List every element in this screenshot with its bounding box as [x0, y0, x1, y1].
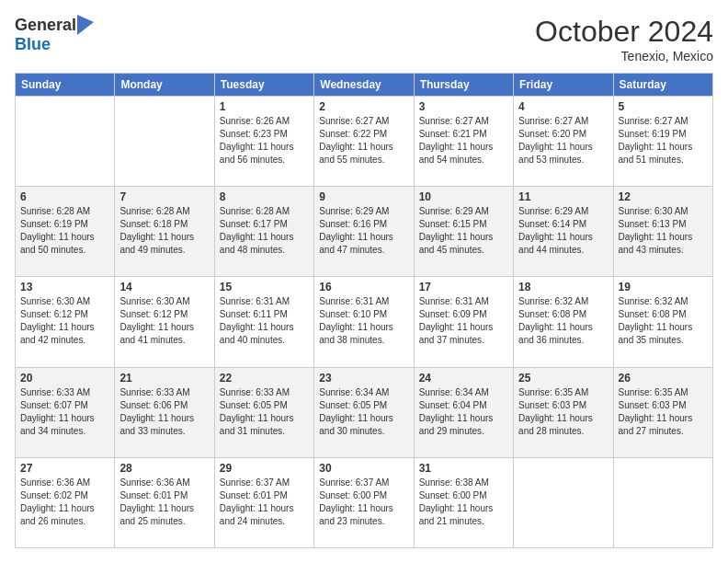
day-number: 15: [220, 281, 309, 293]
calendar-header-thursday: Thursday: [414, 74, 513, 97]
day-number: 31: [419, 462, 508, 475]
day-info: Sunrise: 6:31 AM Sunset: 6:11 PM Dayligh…: [220, 295, 309, 347]
logo-blue-text: Blue: [15, 35, 51, 53]
day-number: 14: [119, 281, 209, 293]
calendar-cell: 29Sunrise: 6:37 AM Sunset: 6:01 PM Dayli…: [214, 457, 313, 547]
calendar-week-4: 20Sunrise: 6:33 AM Sunset: 6:07 PM Dayli…: [16, 367, 713, 457]
calendar-cell: 10Sunrise: 6:29 AM Sunset: 6:15 PM Dayli…: [414, 187, 513, 277]
location: Tenexio, Mexico: [535, 49, 713, 63]
logo-icon: [77, 15, 94, 35]
header: General Blue October 2024 Tenexio, Mexic…: [15, 15, 713, 63]
calendar-cell: 7Sunrise: 6:28 AM Sunset: 6:18 PM Daylig…: [115, 187, 214, 277]
day-info: Sunrise: 6:29 AM Sunset: 6:15 PM Dayligh…: [419, 205, 508, 257]
day-number: 7: [119, 190, 209, 203]
day-info: Sunrise: 6:33 AM Sunset: 6:07 PM Dayligh…: [20, 386, 109, 438]
day-info: Sunrise: 6:30 AM Sunset: 6:12 PM Dayligh…: [119, 295, 209, 347]
day-number: 28: [119, 462, 209, 475]
day-number: 20: [20, 372, 109, 385]
day-number: 25: [518, 372, 608, 385]
calendar-cell: 24Sunrise: 6:34 AM Sunset: 6:04 PM Dayli…: [414, 367, 513, 457]
logo: General Blue: [15, 15, 94, 54]
day-info: Sunrise: 6:28 AM Sunset: 6:18 PM Dayligh…: [119, 205, 209, 257]
day-info: Sunrise: 6:30 AM Sunset: 6:13 PM Dayligh…: [619, 205, 708, 257]
day-number: 12: [619, 190, 708, 203]
calendar-week-3: 13Sunrise: 6:30 AM Sunset: 6:12 PM Dayli…: [16, 277, 713, 367]
calendar-cell: 23Sunrise: 6:34 AM Sunset: 6:05 PM Dayli…: [314, 367, 414, 457]
day-info: Sunrise: 6:34 AM Sunset: 6:04 PM Dayligh…: [419, 386, 508, 438]
day-info: Sunrise: 6:37 AM Sunset: 6:00 PM Dayligh…: [319, 477, 408, 528]
calendar-cell: 18Sunrise: 6:32 AM Sunset: 6:08 PM Dayli…: [514, 277, 613, 367]
calendar-cell: 15Sunrise: 6:31 AM Sunset: 6:11 PM Dayli…: [214, 277, 313, 367]
day-number: 1: [220, 100, 309, 113]
day-number: 13: [20, 281, 109, 293]
day-number: 6: [20, 190, 109, 203]
calendar-cell: 2Sunrise: 6:27 AM Sunset: 6:22 PM Daylig…: [314, 97, 414, 187]
calendar-cell: [613, 457, 712, 547]
day-info: Sunrise: 6:31 AM Sunset: 6:09 PM Dayligh…: [419, 295, 508, 347]
calendar-header-monday: Monday: [115, 74, 214, 97]
calendar-cell: 1Sunrise: 6:26 AM Sunset: 6:23 PM Daylig…: [214, 97, 313, 187]
calendar-week-5: 27Sunrise: 6:36 AM Sunset: 6:02 PM Dayli…: [16, 457, 713, 547]
calendar-cell: 8Sunrise: 6:28 AM Sunset: 6:17 PM Daylig…: [214, 187, 313, 277]
day-info: Sunrise: 6:32 AM Sunset: 6:08 PM Dayligh…: [518, 295, 608, 347]
calendar-cell: 11Sunrise: 6:29 AM Sunset: 6:14 PM Dayli…: [514, 187, 613, 277]
calendar-cell: 6Sunrise: 6:28 AM Sunset: 6:19 PM Daylig…: [16, 187, 115, 277]
day-number: 3: [419, 100, 508, 113]
day-number: 2: [319, 100, 408, 113]
day-number: 27: [20, 462, 109, 475]
day-number: 4: [518, 100, 608, 113]
page: General Blue October 2024 Tenexio, Mexic…: [0, 0, 728, 563]
calendar-cell: 3Sunrise: 6:27 AM Sunset: 6:21 PM Daylig…: [414, 97, 513, 187]
calendar-cell: 21Sunrise: 6:33 AM Sunset: 6:06 PM Dayli…: [115, 367, 214, 457]
calendar-cell: 28Sunrise: 6:36 AM Sunset: 6:01 PM Dayli…: [115, 457, 214, 547]
day-info: Sunrise: 6:27 AM Sunset: 6:19 PM Dayligh…: [619, 115, 708, 167]
calendar-cell: 17Sunrise: 6:31 AM Sunset: 6:09 PM Dayli…: [414, 277, 513, 367]
day-number: 10: [419, 190, 508, 203]
day-info: Sunrise: 6:35 AM Sunset: 6:03 PM Dayligh…: [619, 386, 708, 438]
calendar-cell: 9Sunrise: 6:29 AM Sunset: 6:16 PM Daylig…: [314, 187, 414, 277]
day-number: 24: [419, 372, 508, 385]
day-info: Sunrise: 6:36 AM Sunset: 6:02 PM Dayligh…: [20, 477, 109, 528]
calendar-header-tuesday: Tuesday: [214, 74, 313, 97]
day-number: 21: [119, 372, 209, 385]
calendar-header-friday: Friday: [514, 74, 613, 97]
day-number: 8: [220, 190, 309, 203]
logo-general-text: General: [15, 16, 76, 35]
calendar-cell: 26Sunrise: 6:35 AM Sunset: 6:03 PM Dayli…: [613, 367, 712, 457]
calendar-table: SundayMondayTuesdayWednesdayThursdayFrid…: [15, 73, 713, 548]
day-info: Sunrise: 6:29 AM Sunset: 6:14 PM Dayligh…: [518, 205, 608, 257]
calendar-cell: [16, 97, 115, 187]
calendar-cell: 31Sunrise: 6:38 AM Sunset: 6:00 PM Dayli…: [414, 457, 513, 547]
calendar-cell: [514, 457, 613, 547]
svg-marker-0: [77, 15, 94, 35]
title-block: October 2024 Tenexio, Mexico: [535, 15, 713, 63]
month-title: October 2024: [535, 15, 713, 49]
calendar-cell: 19Sunrise: 6:32 AM Sunset: 6:08 PM Dayli…: [613, 277, 712, 367]
day-number: 30: [319, 462, 408, 475]
calendar-cell: 30Sunrise: 6:37 AM Sunset: 6:00 PM Dayli…: [314, 457, 414, 547]
day-info: Sunrise: 6:34 AM Sunset: 6:05 PM Dayligh…: [319, 386, 408, 438]
day-number: 17: [419, 281, 508, 293]
day-info: Sunrise: 6:32 AM Sunset: 6:08 PM Dayligh…: [619, 295, 708, 347]
calendar-cell: 27Sunrise: 6:36 AM Sunset: 6:02 PM Dayli…: [16, 457, 115, 547]
day-info: Sunrise: 6:27 AM Sunset: 6:21 PM Dayligh…: [419, 115, 508, 167]
day-info: Sunrise: 6:35 AM Sunset: 6:03 PM Dayligh…: [518, 386, 608, 438]
day-number: 5: [619, 100, 708, 113]
day-number: 9: [319, 190, 408, 203]
day-info: Sunrise: 6:27 AM Sunset: 6:20 PM Dayligh…: [518, 115, 608, 167]
day-info: Sunrise: 6:33 AM Sunset: 6:05 PM Dayligh…: [220, 386, 309, 438]
calendar-header-wednesday: Wednesday: [314, 74, 414, 97]
day-number: 26: [619, 372, 708, 385]
day-info: Sunrise: 6:33 AM Sunset: 6:06 PM Dayligh…: [119, 386, 209, 438]
calendar-header-row: SundayMondayTuesdayWednesdayThursdayFrid…: [16, 74, 713, 97]
calendar-cell: 16Sunrise: 6:31 AM Sunset: 6:10 PM Dayli…: [314, 277, 414, 367]
calendar-cell: 4Sunrise: 6:27 AM Sunset: 6:20 PM Daylig…: [514, 97, 613, 187]
day-number: 19: [619, 281, 708, 293]
day-number: 18: [518, 281, 608, 293]
calendar-cell: 13Sunrise: 6:30 AM Sunset: 6:12 PM Dayli…: [16, 277, 115, 367]
calendar-cell: 14Sunrise: 6:30 AM Sunset: 6:12 PM Dayli…: [115, 277, 214, 367]
day-info: Sunrise: 6:30 AM Sunset: 6:12 PM Dayligh…: [20, 295, 109, 347]
day-info: Sunrise: 6:28 AM Sunset: 6:19 PM Dayligh…: [20, 205, 109, 257]
day-info: Sunrise: 6:31 AM Sunset: 6:10 PM Dayligh…: [319, 295, 408, 347]
calendar-cell: 25Sunrise: 6:35 AM Sunset: 6:03 PM Dayli…: [514, 367, 613, 457]
